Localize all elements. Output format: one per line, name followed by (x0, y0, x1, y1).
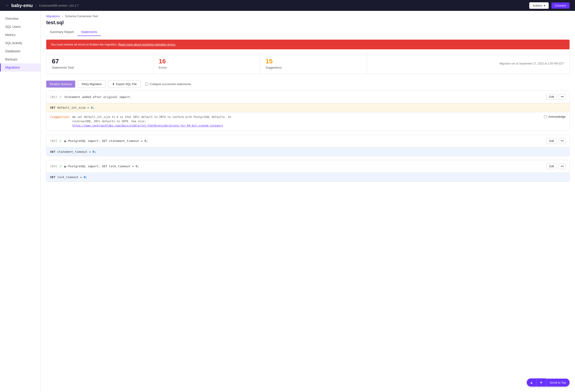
topbar-actions: Actions ▾ Connect (529, 2, 570, 9)
stats-row: 67 Statements Total 16 Errors 15 Suggest… (46, 53, 570, 74)
scroll-controls: ▲ ▼ Scroll to Top (527, 378, 570, 387)
stmt-expand-icon-02[interactable]: ▶ (64, 139, 67, 143)
stmt-actions-02: Edit ••• (547, 138, 566, 144)
sidebar-item-overview[interactable]: Overview (0, 15, 41, 23)
breadcrumb-current: Schema Conversion Tool (65, 15, 98, 18)
finalize-schema-button[interactable]: Finalize Schema (46, 81, 75, 87)
scroll-to-top-button[interactable]: Scroll to Top (546, 379, 570, 387)
stmt-header-03: [03] ✓ ▶ PostgreSQL import: SET lock_tim… (47, 160, 569, 173)
acknowledge-label-01: Acknowledge (548, 115, 566, 118)
stmt-more-button-03[interactable]: ••• (559, 163, 566, 169)
breadcrumb-migrations-link[interactable]: Migrations (46, 15, 60, 18)
alert-banner: You must resolve all errors to finalize … (46, 40, 570, 49)
stmt-expand-icon-03[interactable]: ▶ (64, 165, 67, 168)
stmt-check-01: ✓ (59, 95, 62, 99)
stmt-check-03: ✓ (59, 164, 62, 168)
stat-timestamp-box: Migration ran at September 27, 2022 at 1… (367, 53, 569, 74)
page-title: test.sql (41, 18, 575, 25)
stat-total-label: Statements Total (52, 66, 148, 69)
sidebar-item-migrations[interactable]: Migrations (0, 63, 41, 71)
retry-migration-button[interactable]: Retry Migration (78, 80, 106, 88)
version-text: CockroachDB version: v22.1.7 (39, 4, 79, 7)
statement-card-01: [01] ✓ Statement added after original im… (46, 90, 570, 131)
topbar-divider: | (35, 4, 36, 7)
main-layout: Overview SQL Users Metrics SQL Activity … (0, 11, 575, 392)
stmt-actions-03: Edit ••• (547, 163, 566, 169)
stat-total-value: 67 (52, 58, 148, 65)
stat-suggestions: 15 Suggestions (260, 53, 367, 74)
collapse-label-text: Collapse successful statements (150, 82, 191, 86)
suggest-text-01: We set default_int_size to 4 so that INT… (72, 115, 541, 128)
cluster-name: baby-emu (11, 3, 33, 8)
scroll-down-button[interactable]: ▼ (536, 378, 546, 387)
alert-text: You must resolve all errors to finalize … (51, 43, 118, 46)
export-label: Export SQL File (116, 82, 137, 86)
alert-link[interactable]: Read more about resolving migration erro… (118, 43, 176, 46)
stmt-text-01: Statement added after original import. (64, 95, 547, 99)
stat-suggestions-label: Suggestions (265, 66, 361, 69)
collapse-checkbox-label[interactable]: Collapse successful statements (145, 82, 191, 86)
stmt-num-02: [02] (50, 139, 59, 143)
tab-statements[interactable]: Statements (77, 28, 101, 36)
sidebar-item-backups[interactable]: Backups (0, 55, 41, 63)
app-container: ← baby-emu | CockroachDB version: v22.1.… (0, 0, 575, 392)
stmt-text-03: PostgreSQL import: SET lock_timeout = 0; (68, 165, 547, 168)
stmt-more-button-01[interactable]: ••• (559, 94, 566, 100)
content-area: Migrations > Schema Conversion Tool test… (41, 11, 575, 392)
stmt-edit-button-01[interactable]: Edit (547, 94, 557, 100)
stmt-check-02: ✓ (59, 139, 62, 143)
back-button[interactable]: ← (5, 3, 9, 8)
stmt-text-02: PostgreSQL import: SET statement_timeout… (68, 139, 547, 143)
sidebar: Overview SQL Users Metrics SQL Activity … (0, 11, 41, 392)
toolbar: Finalize Schema Retry Migration ⬇ Export… (41, 78, 575, 90)
sidebar-item-sql-users[interactable]: SQL Users (0, 23, 41, 31)
stat-total: 67 Statements Total (47, 53, 153, 74)
stmt-edit-button-03[interactable]: Edit (547, 163, 557, 169)
stmt-num-01: [01] (50, 95, 59, 99)
acknowledge-checkbox-01[interactable] (544, 115, 547, 118)
stmt-header-01: [01] ✓ Statement added after original im… (47, 91, 569, 103)
stmt-more-button-02[interactable]: ••• (559, 138, 566, 144)
sidebar-item-metrics[interactable]: Metrics (0, 31, 41, 39)
statement-card-03: [03] ✓ ▶ PostgreSQL import: SET lock_tim… (46, 160, 570, 182)
collapse-checkbox[interactable] (145, 83, 148, 86)
actions-label: Actions (533, 4, 542, 7)
stat-errors-label: Errors (159, 66, 255, 69)
suggest-tag-01: [suggestion] (50, 115, 70, 119)
export-icon: ⬇ (112, 82, 115, 86)
breadcrumb-separator: > (62, 15, 63, 18)
stmt-num-03: [03] (50, 165, 59, 168)
stmt-suggestion-01: [suggestion] We set default_int_size to … (47, 112, 569, 131)
stmt-code-03: SET lock_timeout = 0; (47, 173, 569, 181)
scroll-up-button[interactable]: ▲ (527, 378, 536, 387)
actions-button[interactable]: Actions ▾ (529, 2, 549, 9)
topbar: ← baby-emu | CockroachDB version: v22.1.… (0, 0, 575, 11)
tabs-bar: Summary Report Statements (41, 25, 575, 36)
stat-suggestions-value: 15 (265, 58, 361, 65)
statement-card-02: [02] ✓ ▶ PostgreSQL import: SET statemen… (46, 135, 570, 156)
sidebar-item-sql-activity[interactable]: SQL Activity (0, 39, 41, 47)
stmt-code-01: SET default_int_size = 4; (47, 103, 569, 112)
actions-chevron-icon: ▾ (544, 4, 545, 7)
acknowledge-checkbox-label-01[interactable]: Acknowledge (544, 115, 566, 118)
stmt-actions-01: Edit ••• (547, 94, 566, 100)
stmt-edit-button-02[interactable]: Edit (547, 138, 557, 144)
export-sql-button[interactable]: ⬇ Export SQL File (108, 80, 141, 88)
tab-summary-report[interactable]: Summary Report (46, 28, 77, 36)
stat-errors: 16 Errors (153, 53, 260, 74)
breadcrumb: Migrations > Schema Conversion Tool (41, 11, 575, 18)
stmt-header-02: [02] ✓ ▶ PostgreSQL import: SET statemen… (47, 135, 569, 147)
stat-errors-value: 16 (159, 58, 255, 65)
suggest-link-01[interactable]: https://www.cockroachlabs.com/docs/stabl… (72, 124, 223, 127)
connect-button[interactable]: Connect (551, 2, 570, 9)
stmt-code-02: SET statement_timeout = 0; (47, 147, 569, 156)
stat-timestamp: Migration ran at September 27, 2022 at 1… (500, 62, 564, 65)
sidebar-item-databases[interactable]: Databases (0, 47, 41, 55)
